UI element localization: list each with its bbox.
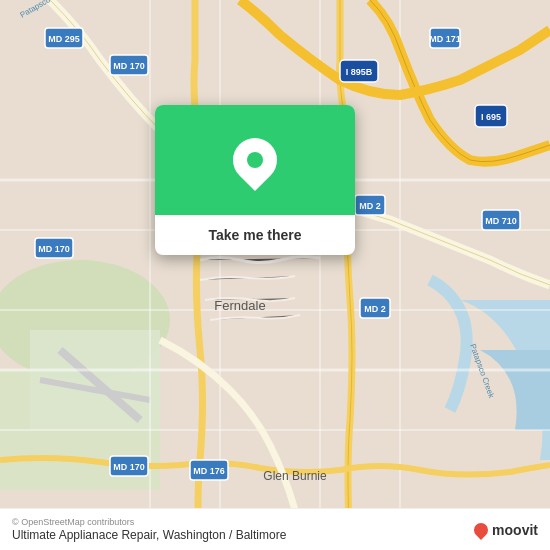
take-me-there-button[interactable]: Take me there [198,225,311,245]
svg-text:Ferndale: Ferndale [214,298,265,313]
bottom-bar: © OpenStreetMap contributors Ultimate Ap… [0,508,550,550]
svg-text:MD 171: MD 171 [429,34,461,44]
popup-label-section: Take me there [155,215,355,255]
svg-text:MD 2: MD 2 [359,201,381,211]
location-pin-icon [224,129,286,191]
svg-text:MD 710: MD 710 [485,216,517,226]
moovit-pin-icon [471,520,491,540]
svg-text:I 895B: I 895B [346,67,373,77]
svg-text:MD 176: MD 176 [193,466,225,476]
pin-inner-dot [247,152,263,168]
moovit-brand-text: moovit [492,522,538,538]
svg-text:Glen Burnie: Glen Burnie [263,469,327,483]
svg-text:MD 170: MD 170 [38,244,70,254]
attribution-text: © OpenStreetMap contributors [12,517,286,527]
popup-card: Take me there [155,105,355,255]
svg-text:MD 170: MD 170 [113,61,145,71]
location-text: Ultimate Applianace Repair, Washington /… [12,528,286,542]
svg-text:MD 295: MD 295 [48,34,80,44]
popup-green-section [155,105,355,215]
svg-text:MD 170: MD 170 [113,462,145,472]
bottom-left-info: © OpenStreetMap contributors Ultimate Ap… [12,517,286,542]
svg-text:I 695: I 695 [481,112,501,122]
moovit-logo: moovit [474,522,538,538]
svg-text:MD 2: MD 2 [364,304,386,314]
map-background: MD 295 MD 170 MD 170 MD 170 MD 2 MD 2 MD… [0,0,550,550]
map-container: MD 295 MD 170 MD 170 MD 170 MD 2 MD 2 MD… [0,0,550,550]
